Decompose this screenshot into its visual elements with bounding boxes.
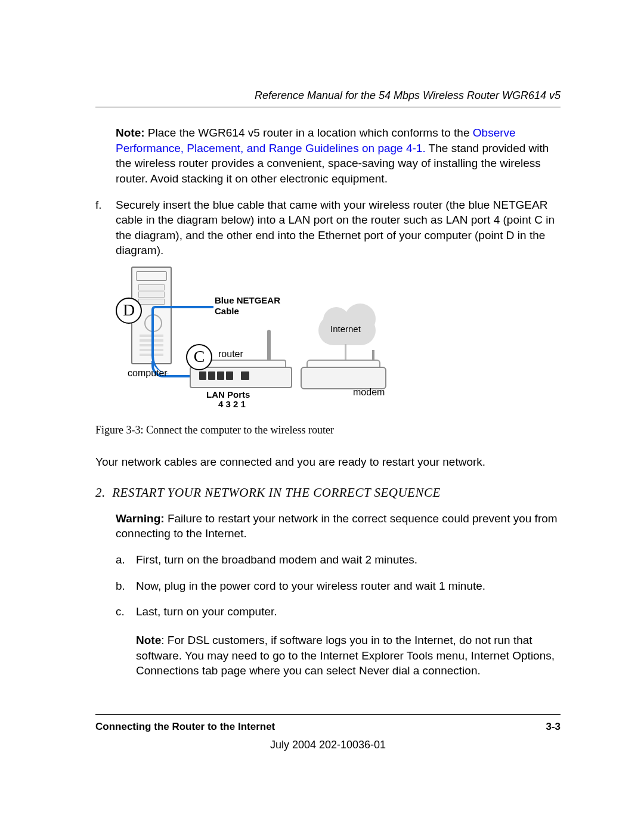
step-f: f. Securely insert the blue cable that c… [95,197,561,259]
step-2a-marker: a. [116,552,136,568]
modem-label: modem [353,387,385,398]
lan-ports-label: LAN Ports [206,389,250,400]
section-2-heading: 2. RESTART YOUR NETWORK IN THE CORRECT S… [95,485,561,500]
computer-label: computer [128,368,168,379]
modem-icon [301,367,386,389]
note2-text: : For DSL customers, if software logs yo… [136,634,555,677]
step-2c: c. Last, turn on your computer. [116,604,561,620]
ready-text: Your network cables are connected and yo… [95,454,561,470]
section-2-number: 2. [95,485,106,500]
step-2b: b. Now, plug in the power cord to your w… [116,578,561,594]
step-2c-marker: c. [116,604,136,620]
page-header: Reference Manual for the 54 Mbps Wireles… [95,89,561,107]
document-page: Reference Manual for the 54 Mbps Wireles… [0,0,644,799]
router-label: router [218,349,243,360]
callout-c: C [186,344,212,370]
note-paragraph: Note: Place the WGR614 v5 router in a lo… [116,125,561,187]
footer-section-title: Connecting the Router to the Internet [95,721,275,733]
page-number: 3-3 [546,721,561,733]
cable-label-1: Blue NETGEAR [215,295,280,305]
cable-label-2: Cable [215,306,239,316]
lan-ports-icon [199,371,249,380]
lan-ports-numbers: 4 3 2 1 [218,399,246,409]
warning-paragraph: Warning: Failure to restart your network… [116,511,561,541]
section-2-title: ESTART YOUR NETWORK IN THE CORRECT SEQUE… [120,485,441,500]
note-text-pre: Place the WGR614 v5 router in a location… [145,126,473,139]
figure-caption: Figure 3-3: Connect the computer to the … [95,424,561,436]
step-2c-text: Last, turn on your computer. [136,604,561,620]
step-2a-text: First, turn on the broadband modem and w… [136,552,561,568]
step-f-marker: f. [95,197,116,259]
step-2b-text: Now, plug in the power cord to your wire… [136,578,561,594]
warning-label: Warning: [116,512,165,525]
note-label: Note: [116,126,145,139]
internet-label: Internet [330,324,361,334]
step-2b-marker: b. [116,578,136,594]
connection-diagram: D C Blue NETGEAR Cable Internet router c… [116,267,414,416]
footer-date: July 2004 202-10036-01 [95,739,561,751]
step-2a: a. First, turn on the broadband modem an… [116,552,561,568]
note2-label: Note [136,634,161,646]
callout-d: D [116,298,142,324]
footer: Connecting the Router to the Internet 3-… [95,714,561,751]
guidelines-link-page[interactable]: on page 4-1. [359,142,426,154]
note2-paragraph: Note: For DSL customers, if software log… [136,633,561,679]
warning-text: Failure to restart your network in the c… [116,512,558,540]
step-f-text: Securely insert the blue cable that came… [116,197,561,259]
manual-title: Reference Manual for the 54 Mbps Wireles… [255,89,561,101]
section-2-title-cap: R [112,485,120,500]
router-antenna-icon [267,330,271,362]
